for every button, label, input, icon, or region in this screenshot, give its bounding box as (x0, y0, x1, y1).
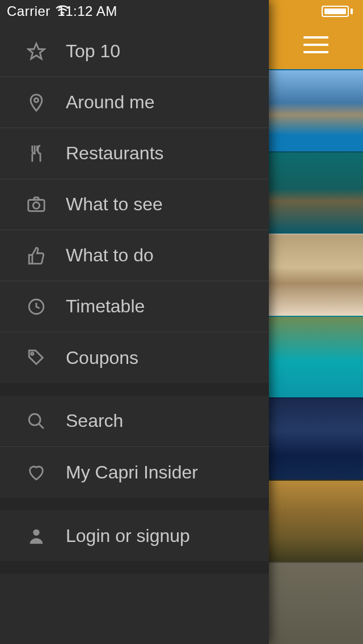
menu-item-what-to-see[interactable]: What to see (0, 179, 269, 230)
menu-item-label: Timetable (66, 296, 258, 317)
user-icon (25, 524, 48, 547)
clock-icon (25, 295, 48, 318)
pin-icon (25, 91, 48, 114)
menu-item-label: Top 10 (66, 41, 258, 62)
menu-divider (0, 498, 269, 510)
menu-item-label: Around me (66, 92, 258, 113)
status-bar: Carrier 11:12 AM (0, 0, 269, 23)
content-behind-drawer (269, 0, 363, 644)
svg-point-7 (29, 414, 40, 425)
menu-item-label: Coupons (66, 348, 258, 368)
svg-point-4 (33, 202, 39, 208)
star-icon (25, 40, 48, 63)
svg-point-6 (31, 353, 33, 355)
menu-divider (0, 383, 269, 396)
svg-marker-1 (28, 43, 44, 58)
list-item[interactable] (269, 480, 363, 562)
menu-item-label: What to see (66, 194, 258, 215)
navigation-drawer: Carrier 11:12 AM Top 10 (0, 0, 269, 644)
drawer-menu: Top 10 Around me Restaurants What to see (0, 26, 269, 574)
svg-point-9 (33, 529, 39, 536)
search-icon (25, 410, 48, 433)
list-item[interactable] (269, 397, 363, 480)
menu-divider (0, 561, 269, 574)
menu-item-label: My Capri Insider (66, 462, 258, 483)
menu-item-what-to-do[interactable]: What to do (0, 230, 269, 281)
menu-item-around-me[interactable]: Around me (0, 77, 269, 128)
menu-item-timetable[interactable]: Timetable (0, 281, 269, 332)
svg-point-2 (34, 98, 38, 102)
fork-icon (25, 142, 48, 165)
menu-item-login[interactable]: Login or signup (0, 510, 269, 561)
menu-item-coupons[interactable]: Coupons (0, 332, 269, 383)
menu-toggle-button[interactable] (303, 36, 328, 53)
list-item[interactable] (269, 69, 363, 151)
menu-item-label: What to do (66, 245, 258, 266)
menu-item-label: Search (66, 410, 258, 431)
thumbsup-icon (25, 244, 48, 267)
menu-item-label: Restaurants (66, 143, 258, 164)
list-item[interactable] (269, 151, 363, 234)
menu-item-label: Login or signup (66, 526, 258, 546)
tag-icon (25, 346, 48, 369)
clock-label: 11:12 AM (0, 3, 175, 19)
menu-item-restaurants[interactable]: Restaurants (0, 128, 269, 179)
camera-icon (25, 193, 48, 216)
menu-item-top10[interactable]: Top 10 (0, 26, 269, 77)
menu-item-search[interactable]: Search (0, 396, 269, 447)
svg-line-8 (39, 423, 44, 429)
list-item[interactable] (269, 316, 363, 398)
battery-icon (322, 6, 353, 17)
list-item[interactable] (269, 234, 363, 316)
list-item[interactable] (269, 562, 363, 644)
heart-icon (25, 461, 48, 484)
menu-item-favorites[interactable]: My Capri Insider (0, 447, 269, 498)
